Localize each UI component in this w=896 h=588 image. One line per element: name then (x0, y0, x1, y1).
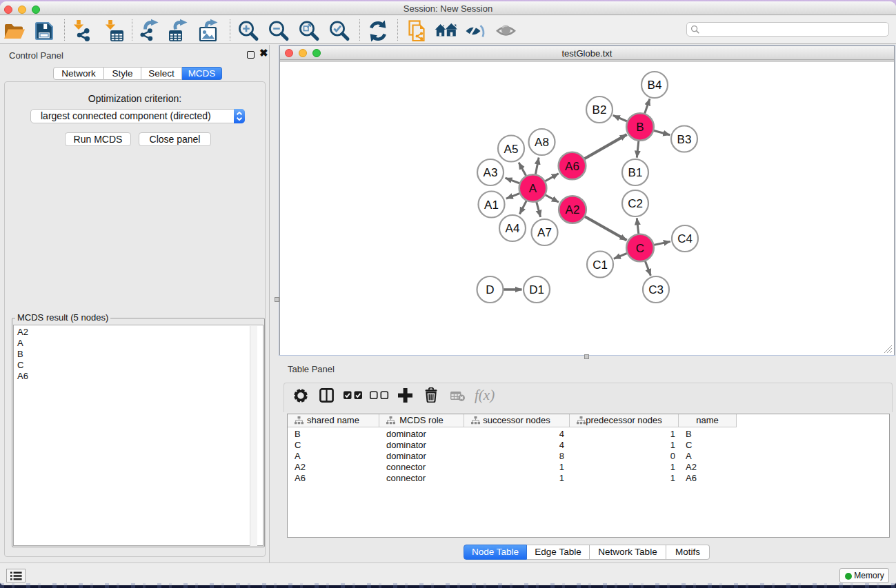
svg-text:D1: D1 (529, 283, 544, 296)
svg-text:C4: C4 (677, 232, 693, 245)
svg-text:B1: B1 (628, 166, 643, 179)
svg-text:A1: A1 (484, 199, 499, 212)
svg-text:A2: A2 (566, 203, 580, 216)
svg-text:C1: C1 (593, 258, 608, 272)
svg-text:A5: A5 (504, 143, 519, 156)
svg-text:C3: C3 (648, 283, 664, 296)
svg-text:A7: A7 (537, 226, 552, 239)
svg-text:C: C (636, 242, 644, 255)
svg-text:A3: A3 (484, 166, 498, 179)
svg-text:B3: B3 (677, 133, 692, 146)
svg-text:A: A (529, 182, 537, 195)
svg-text:B2: B2 (593, 103, 607, 116)
svg-text:A6: A6 (565, 160, 579, 173)
svg-text:B4: B4 (648, 79, 662, 92)
svg-text:B: B (636, 121, 644, 134)
svg-text:C2: C2 (628, 197, 643, 210)
svg-text:A8: A8 (535, 136, 549, 149)
svg-text:D: D (486, 283, 494, 296)
svg-text:A4: A4 (506, 222, 520, 235)
